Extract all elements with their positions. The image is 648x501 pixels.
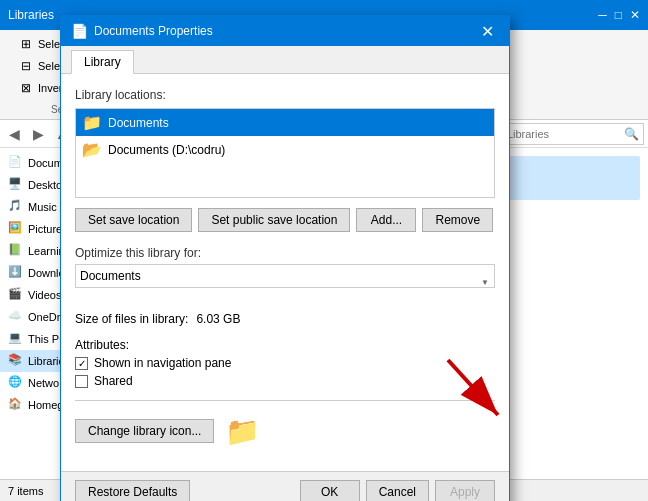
invert-icon: ⊠ [18, 80, 34, 96]
network-icon: 🌐 [8, 375, 24, 391]
dialog-titlebar: 📄 Documents Properties ✕ [61, 16, 509, 46]
location-codru-name: Documents (D:\codru) [108, 143, 225, 157]
dialog-tab-library[interactable]: Library [71, 50, 134, 74]
attr-shared-row: Shared [75, 374, 495, 388]
attributes-label: Attributes: [75, 338, 129, 352]
remove-button[interactable]: Remove [422, 208, 493, 232]
optimize-dropdown-wrapper: Documents Pictures Music Videos General … [75, 264, 495, 300]
locations-label: Library locations: [75, 88, 495, 102]
music-icon: 🎵 [8, 199, 24, 215]
libraries-icon: 📚 [8, 353, 24, 369]
item-count: 7 items [8, 485, 43, 497]
dialog-footer: Restore Defaults OK Cancel Apply [61, 471, 509, 501]
divider [75, 400, 495, 401]
desktop-icon: 🖥️ [8, 177, 24, 193]
attr-navigation-row: ✓ Shown in navigation pane [75, 356, 495, 370]
apply-button[interactable]: Apply [435, 480, 495, 501]
size-value: 6.03 GB [196, 312, 240, 326]
size-row: Size of files in library: 6.03 GB [75, 312, 495, 326]
downloads-icon: ⬇️ [8, 265, 24, 281]
forward-button[interactable]: ▶ [28, 124, 48, 144]
sidebar-label-music: Music [28, 201, 57, 213]
sidebar-label-videos: Videos [28, 289, 61, 301]
minimize-icon[interactable]: ─ [598, 8, 607, 22]
dialog-tabs: Library [61, 46, 509, 74]
pictures-icon: 🖼️ [8, 221, 24, 237]
explorer-title: Libraries [8, 8, 54, 22]
change-icon-button[interactable]: Change library icon... [75, 419, 214, 443]
location-item-codru[interactable]: 📂 Documents (D:\codru) [76, 136, 494, 163]
attr-shared-label: Shared [94, 374, 133, 388]
optimize-label: Optimize this library for: [75, 246, 495, 260]
set-save-button[interactable]: Set save location [75, 208, 192, 232]
cancel-button[interactable]: Cancel [366, 480, 429, 501]
select-none-icon: ⊟ [18, 58, 34, 74]
videos-icon: 🎬 [8, 287, 24, 303]
location-item-documents[interactable]: 📁 Documents [76, 109, 494, 136]
bottom-row: Change library icon... 📁 [75, 411, 495, 451]
attr-navigation-checkbox[interactable]: ✓ [75, 357, 88, 370]
documents-icon: 📄 [8, 155, 24, 171]
documents-properties-dialog: 📄 Documents Properties ✕ Library Library… [60, 15, 510, 501]
locations-list[interactable]: 📁 Documents 📂 Documents (D:\codru) [75, 108, 495, 198]
dialog-body: Library locations: 📁 Documents 📂 Documen… [61, 74, 509, 471]
location-codru-icon: 📂 [82, 140, 102, 159]
back-button[interactable]: ◀ [4, 124, 24, 144]
attributes-section: Attributes: ✓ Shown in navigation pane S… [75, 338, 495, 388]
select-all-icon: ⊞ [18, 36, 34, 52]
homegroup-icon: 🏠 [8, 397, 24, 413]
search-icon: 🔍 [624, 127, 639, 141]
attr-shared-checkbox[interactable] [75, 375, 88, 388]
add-button[interactable]: Add... [356, 208, 416, 232]
ok-button[interactable]: OK [300, 480, 360, 501]
set-public-save-button[interactable]: Set public save location [198, 208, 350, 232]
close-icon[interactable]: ✕ [630, 8, 640, 22]
restore-defaults-button[interactable]: Restore Defaults [75, 480, 190, 501]
location-docs-name: Documents [108, 116, 169, 130]
location-docs-icon: 📁 [82, 113, 102, 132]
size-label: Size of files in library: [75, 312, 188, 326]
optimize-dropdown[interactable]: Documents Pictures Music Videos General … [75, 264, 495, 288]
location-buttons: Set save location Set public save locati… [75, 208, 495, 232]
dialog-title: Documents Properties [94, 24, 475, 38]
maximize-icon[interactable]: □ [615, 8, 622, 22]
thispc-icon: 💻 [8, 331, 24, 347]
learning-icon: 📗 [8, 243, 24, 259]
library-folder-icon: 📁 [222, 411, 262, 451]
dialog-close-button[interactable]: ✕ [475, 19, 499, 43]
onedrive-icon: ☁️ [8, 309, 24, 325]
attr-navigation-label: Shown in navigation pane [94, 356, 231, 370]
dialog-title-icon: 📄 [71, 23, 88, 39]
